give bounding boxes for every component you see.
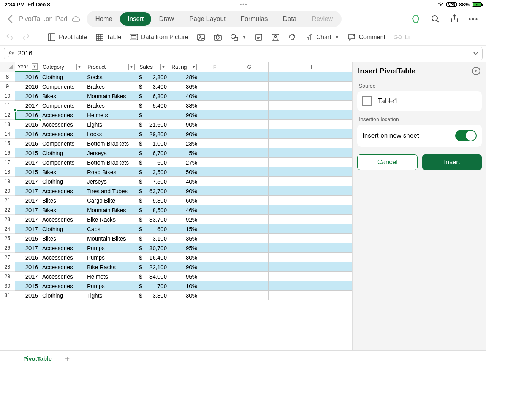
cell-empty[interactable] [269,234,352,243]
table-row[interactable]: 162015ClothingJerseys$ 6,7005% [0,148,352,158]
tab-page-layout[interactable]: Page Layout [182,12,233,26]
table-row[interactable]: 312015ClothingTights$ 3,30030% [0,291,352,300]
document-title[interactable]: PivotTa...on iPad [19,15,68,23]
cell-empty[interactable] [269,72,352,82]
cell-empty[interactable] [269,262,352,272]
cell-empty[interactable] [230,281,269,291]
table-button[interactable]: Table [95,33,121,41]
cell-sales[interactable]: $ 600 [137,158,169,167]
cell-sales[interactable]: $ 3,400 [137,82,169,91]
cell-year[interactable]: 2016 [15,82,40,91]
cell-empty[interactable] [230,72,269,82]
table-row[interactable]: 112017ComponentsBrakes$ 5,40038% [0,101,352,110]
cell-rating[interactable]: 95% [169,272,200,281]
table-row[interactable]: 262017AccessoriesPumps$30,70095% [0,243,352,253]
cell-empty[interactable] [200,186,230,196]
camera-button[interactable] [214,33,222,41]
col-header-f[interactable]: F [200,62,230,72]
cell-empty[interactable] [200,272,230,281]
cell-product[interactable]: Locks [85,129,137,139]
cell-product[interactable]: Brakes [85,82,137,91]
cell-category[interactable]: Bikes [40,234,85,243]
row-number[interactable]: 21 [0,196,15,205]
row-number[interactable]: 28 [0,262,15,272]
filter-icon[interactable]: ▼ [32,63,38,70]
cell-rating[interactable]: 15% [169,224,200,234]
formula-bar[interactable]: ƒx 2016 [4,47,483,60]
data-from-picture-button[interactable]: Data from Picture [130,33,188,41]
share-icon[interactable] [449,14,460,24]
cell-empty[interactable] [200,120,230,129]
cell-empty[interactable] [269,253,352,262]
table-row[interactable]: 142016AccessoriesLocks$29,80090% [0,129,352,139]
people-graphic-button[interactable] [271,33,280,41]
cell-sales[interactable]: $22,100 [137,262,169,272]
cell-product[interactable]: Pumps [85,281,137,291]
cell-empty[interactable] [230,129,269,139]
table-row[interactable]: 132016AccessoriesLights$21,60090% [0,120,352,129]
cell-empty[interactable] [230,110,269,120]
cell-empty[interactable] [230,139,269,148]
row-number[interactable]: 10 [0,91,15,101]
cell-product[interactable]: Brakes [85,101,137,110]
cell-empty[interactable] [269,139,352,148]
cell-category[interactable]: Accessories [40,215,85,224]
cell-empty[interactable] [230,177,269,186]
cell-empty[interactable] [200,196,230,205]
cell-product[interactable]: Socks [85,72,137,82]
cell-rating[interactable]: 27% [169,158,200,167]
cell-empty[interactable] [200,205,230,215]
cell-product[interactable]: Jerseys [85,148,137,158]
cell-rating[interactable]: 38% [169,101,200,110]
cell-sales[interactable]: $ 8,500 [137,205,169,215]
back-button[interactable] [3,12,17,26]
cell-sales[interactable]: $ 9,300 [137,196,169,205]
filter-icon[interactable]: ▼ [76,64,82,70]
table-row[interactable]: 272016AccessoriesPumps$16,40080% [0,253,352,262]
cell-product[interactable]: Helmets [85,272,137,281]
cell-sales[interactable]: $16,400 [137,253,169,262]
cell-empty[interactable] [230,158,269,167]
source-card[interactable]: Table1 [357,91,482,111]
row-number[interactable]: 14 [0,129,15,139]
cell-category[interactable]: Accessories [40,120,85,129]
cell-empty[interactable] [269,129,352,139]
cell-empty[interactable] [269,272,352,281]
cell-empty[interactable] [200,253,230,262]
sheet-tab-pivottable[interactable]: PivotTable [16,352,59,365]
cell-year[interactable]: 2015 [15,167,40,177]
cell-year[interactable]: 2015 [15,234,40,243]
cell-empty[interactable] [269,82,352,91]
cell-category[interactable]: Accessories [40,186,85,196]
cell-empty[interactable] [200,110,230,120]
table-row[interactable]: 192017ClothingJerseys$ 7,50040% [0,177,352,186]
cell-product[interactable]: Caps [85,224,137,234]
cell-category[interactable]: Accessories [40,253,85,262]
row-number[interactable]: 29 [0,272,15,281]
cell-empty[interactable] [269,101,352,110]
cell-year[interactable]: 2016 [15,139,40,148]
add-sheet-button[interactable]: ＋ [60,352,74,365]
tab-review[interactable]: Review [304,12,340,26]
filter-icon[interactable]: ▼ [128,64,135,70]
row-number[interactable]: 19 [0,177,15,186]
cell-empty[interactable] [200,215,230,224]
cell-empty[interactable] [200,82,230,91]
table-row[interactable]: 232017AccessoriesBike Racks$33,70092% [0,215,352,224]
cell-year[interactable]: 2017 [15,205,40,215]
cell-year[interactable]: 2016 [15,262,40,272]
cell-empty[interactable] [200,129,230,139]
redo-button[interactable] [22,33,30,41]
cell-empty[interactable] [230,196,269,205]
cell-rating[interactable]: 10% [169,281,200,291]
tab-formulas[interactable]: Formulas [233,12,276,26]
cell-rating[interactable]: 30% [169,291,200,300]
insert-new-sheet-toggle[interactable] [455,130,477,141]
cell-rating[interactable]: 90% [169,120,200,129]
table-row[interactable]: 242017ClothingCaps$ 60015% [0,224,352,234]
cell-sales[interactable]: $ 700 [137,281,169,291]
cell-empty[interactable] [269,224,352,234]
cell-sales[interactable]: $ 6,700 [137,148,169,158]
cell-sales[interactable]: $ 3,500 [137,167,169,177]
search-icon[interactable] [430,14,441,24]
